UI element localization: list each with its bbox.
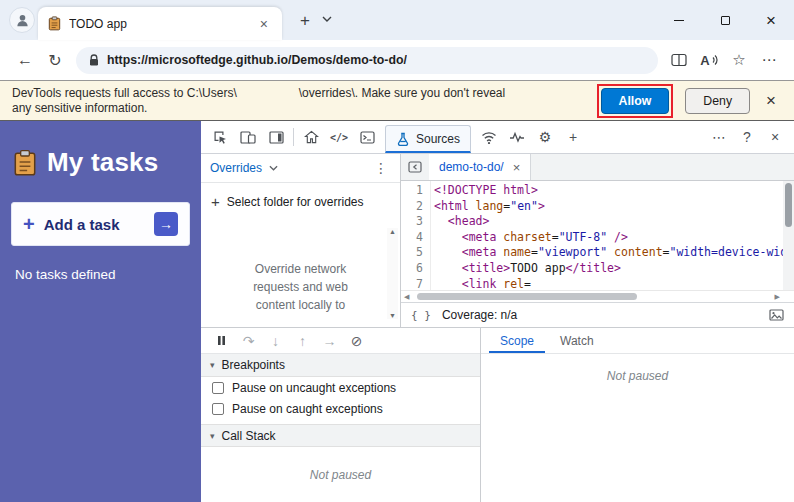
call-stack-section-header[interactable]: ▾ Call Stack — [201, 424, 480, 447]
code-editor[interactable]: 1234567 <!DOCTYPE html><html lang="en"> … — [401, 181, 794, 290]
scroll-up-icon[interactable]: ▲ — [389, 228, 396, 235]
scrollbar-thumb[interactable] — [417, 293, 637, 300]
close-devtools-button[interactable]: × — [761, 124, 789, 150]
browser-window: TODO app × + × ← ↻ https://microsoftedge… — [0, 0, 794, 502]
breakpoints-label: Breakpoints — [222, 358, 285, 372]
minimize-button[interactable] — [656, 0, 702, 40]
step-out-button[interactable]: ↑ — [289, 329, 316, 353]
tab-close-button[interactable]: × — [256, 15, 272, 33]
back-button[interactable]: ← — [10, 45, 40, 75]
coverage-status: Coverage: n/a — [442, 308, 517, 322]
triangle-down-icon: ▾ — [210, 360, 215, 370]
picture-icon[interactable] — [769, 309, 784, 321]
tab-favicon-clipboard-icon — [48, 16, 61, 31]
maximize-icon — [721, 16, 730, 25]
window-close-button[interactable]: × — [748, 0, 794, 40]
navigator-scrollbar[interactable]: ▲ ▼ — [387, 228, 398, 319]
checkbox-label: Pause on caught exceptions — [232, 402, 383, 416]
console-tool-button[interactable] — [353, 124, 381, 150]
navigator-dropdown-label: Overrides — [210, 161, 262, 175]
close-icon: × — [766, 12, 776, 29]
plus-icon: + — [23, 214, 35, 234]
debugger-area: ↷ ↓ ↑ → ⊘ ▾ Breakpoints Pause on uncaugh… — [201, 328, 794, 502]
file-tab[interactable]: demo-to-do/ × — [429, 154, 531, 180]
todo-header: My tasks — [0, 121, 201, 178]
maximize-button[interactable] — [702, 0, 748, 40]
file-tab-label: demo-to-do/ — [439, 160, 504, 174]
profile-avatar[interactable] — [9, 7, 35, 33]
scrollbar-thumb[interactable] — [785, 183, 792, 227]
select-folder-label: Select folder for overrides — [227, 195, 364, 209]
tab-scope[interactable]: Scope — [489, 328, 545, 353]
network-tool-button[interactable] — [475, 124, 503, 150]
description-line: content locally to — [201, 296, 400, 314]
infobar-message: DevTools requests full access to C:\User… — [12, 86, 505, 116]
inspect-element-button[interactable] — [206, 124, 234, 150]
more-options-button[interactable]: ⋯ — [705, 124, 733, 150]
window-controls: × — [656, 0, 794, 40]
add-task-button[interactable]: + Add a task → — [11, 202, 190, 246]
new-tab-button[interactable]: + — [294, 9, 316, 33]
editor-tab-strip: demo-to-do/ × — [401, 154, 794, 181]
add-tool-button[interactable]: + — [559, 124, 587, 150]
clipboard-icon — [13, 149, 37, 177]
submit-task-arrow-button[interactable]: → — [154, 212, 178, 236]
refresh-button[interactable]: ↻ — [40, 45, 70, 75]
help-button[interactable]: ? — [733, 124, 761, 150]
scope-tab-strip: Scope Watch — [481, 328, 794, 354]
devtools-toolbar: </> Sources ⚙ + — [201, 121, 794, 154]
split-screen-button[interactable] — [664, 45, 694, 75]
pause-caught-checkbox[interactable] — [212, 403, 224, 415]
editor-horizontal-scrollbar[interactable]: ◀ ▶ — [401, 290, 794, 302]
infobar-message-line1-after: \overrides\. Make sure you don't reveal — [299, 86, 505, 100]
file-tab-close-button[interactable]: × — [513, 161, 521, 174]
dock-side-button[interactable] — [262, 124, 290, 150]
chevron-down-icon — [269, 165, 278, 171]
read-aloud-letter: A — [700, 53, 709, 68]
devtools-access-infobar: DevTools requests full access to C:\User… — [0, 80, 794, 121]
device-emulation-button[interactable] — [234, 124, 262, 150]
select-folder-button[interactable]: + Select folder for overrides — [201, 183, 400, 220]
settings-gear-button[interactable]: ⚙ — [531, 124, 559, 150]
pretty-print-button[interactable]: { } — [411, 309, 431, 322]
infobar-close-button[interactable]: × — [766, 92, 776, 109]
welcome-home-button[interactable] — [297, 124, 325, 150]
browser-tab[interactable]: TODO app × — [38, 7, 282, 40]
scroll-right-icon[interactable]: ▶ — [775, 293, 780, 301]
elements-tool-button[interactable]: </> — [325, 124, 353, 150]
editor-code-lines: <!DOCTYPE html><html lang="en"> <head> <… — [431, 181, 794, 290]
sources-tab[interactable]: Sources — [385, 125, 471, 153]
lock-icon — [89, 54, 99, 67]
step-over-button[interactable]: ↷ — [235, 329, 262, 353]
tab-search-chevron-icon[interactable] — [322, 16, 332, 22]
navigator-pane: Overrides ⋮ + Select folder for override… — [201, 154, 401, 327]
deny-button[interactable]: Deny — [685, 88, 750, 114]
pause-script-button[interactable] — [208, 329, 235, 353]
navigator-dropdown[interactable]: Overrides — [210, 161, 278, 175]
toolbar-separator — [293, 128, 294, 146]
scroll-left-icon[interactable]: ◀ — [404, 293, 409, 301]
performance-tool-button[interactable] — [503, 124, 531, 150]
step-into-button[interactable]: ↓ — [262, 329, 289, 353]
navigator-menu-kebab-icon[interactable]: ⋮ — [371, 160, 391, 176]
browser-menu-button[interactable]: ⋯ — [754, 45, 784, 75]
pause-uncaught-checkbox[interactable] — [212, 382, 224, 394]
scope-watch-pane: Scope Watch Not paused — [481, 328, 794, 502]
allow-button[interactable]: Allow — [601, 88, 670, 114]
breakpoints-section-header[interactable]: ▾ Breakpoints — [201, 354, 480, 377]
overrides-description: Override network requests and web conten… — [201, 260, 400, 314]
tab-watch[interactable]: Watch — [549, 328, 605, 353]
infobar-message-line1-before: DevTools requests full access to C:\User… — [12, 86, 237, 100]
url-field[interactable]: https://microsoftedge.github.io/Demos/de… — [76, 47, 658, 74]
read-aloud-button[interactable]: A — [694, 45, 724, 75]
editor-vertical-scrollbar[interactable] — [783, 181, 794, 290]
triangle-down-icon: ▾ — [210, 431, 215, 441]
deactivate-breakpoints-button[interactable]: ⊘ — [343, 329, 370, 353]
url-text: https://microsoftedge.github.io/Demos/de… — [107, 53, 407, 67]
favorites-star-button[interactable]: ☆ — [724, 45, 754, 75]
scope-paused-status: Not paused — [481, 369, 794, 383]
pause-caught-exceptions-row: Pause on caught exceptions — [201, 398, 480, 419]
toggle-navigator-icon[interactable] — [401, 154, 429, 180]
step-button[interactable]: → — [316, 329, 343, 353]
scroll-down-icon[interactable]: ▼ — [389, 312, 396, 319]
